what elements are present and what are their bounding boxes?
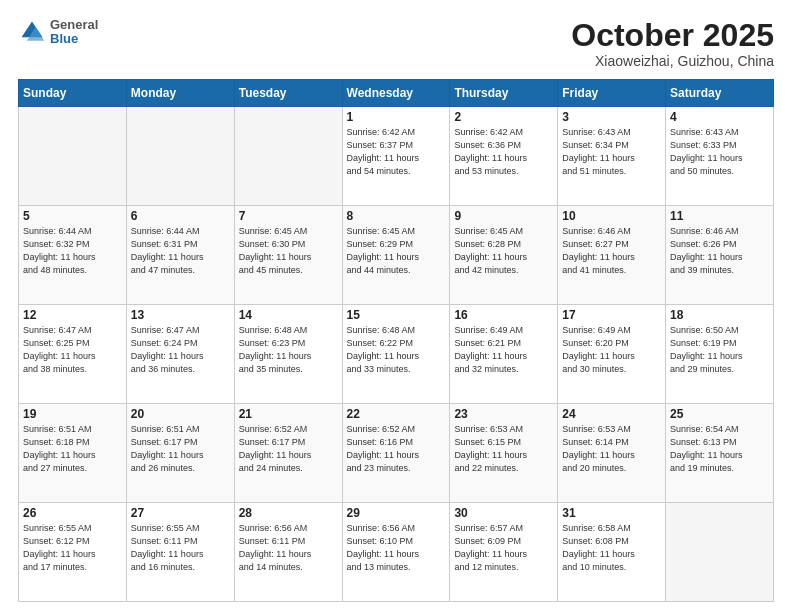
day-number: 5 bbox=[23, 209, 122, 223]
day-info: Sunrise: 6:58 AM Sunset: 6:08 PM Dayligh… bbox=[562, 522, 661, 574]
day-number: 20 bbox=[131, 407, 230, 421]
weekday-header-row: SundayMondayTuesdayWednesdayThursdayFrid… bbox=[19, 80, 774, 107]
calendar-cell bbox=[234, 107, 342, 206]
calendar-cell: 19Sunrise: 6:51 AM Sunset: 6:18 PM Dayli… bbox=[19, 404, 127, 503]
day-info: Sunrise: 6:56 AM Sunset: 6:11 PM Dayligh… bbox=[239, 522, 338, 574]
day-number: 12 bbox=[23, 308, 122, 322]
calendar-body: 1Sunrise: 6:42 AM Sunset: 6:37 PM Daylig… bbox=[19, 107, 774, 602]
calendar-cell: 31Sunrise: 6:58 AM Sunset: 6:08 PM Dayli… bbox=[558, 503, 666, 602]
day-info: Sunrise: 6:54 AM Sunset: 6:13 PM Dayligh… bbox=[670, 423, 769, 475]
calendar-cell: 10Sunrise: 6:46 AM Sunset: 6:27 PM Dayli… bbox=[558, 206, 666, 305]
day-number: 7 bbox=[239, 209, 338, 223]
calendar-week-row: 12Sunrise: 6:47 AM Sunset: 6:25 PM Dayli… bbox=[19, 305, 774, 404]
day-number: 14 bbox=[239, 308, 338, 322]
day-number: 1 bbox=[347, 110, 446, 124]
day-number: 29 bbox=[347, 506, 446, 520]
calendar-cell: 18Sunrise: 6:50 AM Sunset: 6:19 PM Dayli… bbox=[666, 305, 774, 404]
logo-general: General bbox=[50, 18, 98, 32]
calendar-cell: 30Sunrise: 6:57 AM Sunset: 6:09 PM Dayli… bbox=[450, 503, 558, 602]
weekday-header: Thursday bbox=[450, 80, 558, 107]
weekday-header: Saturday bbox=[666, 80, 774, 107]
calendar-week-row: 1Sunrise: 6:42 AM Sunset: 6:37 PM Daylig… bbox=[19, 107, 774, 206]
day-info: Sunrise: 6:42 AM Sunset: 6:37 PM Dayligh… bbox=[347, 126, 446, 178]
calendar-cell: 27Sunrise: 6:55 AM Sunset: 6:11 PM Dayli… bbox=[126, 503, 234, 602]
calendar-cell: 8Sunrise: 6:45 AM Sunset: 6:29 PM Daylig… bbox=[342, 206, 450, 305]
calendar-cell: 29Sunrise: 6:56 AM Sunset: 6:10 PM Dayli… bbox=[342, 503, 450, 602]
calendar-cell bbox=[19, 107, 127, 206]
calendar-cell: 15Sunrise: 6:48 AM Sunset: 6:22 PM Dayli… bbox=[342, 305, 450, 404]
calendar-week-row: 19Sunrise: 6:51 AM Sunset: 6:18 PM Dayli… bbox=[19, 404, 774, 503]
calendar-cell: 25Sunrise: 6:54 AM Sunset: 6:13 PM Dayli… bbox=[666, 404, 774, 503]
page: General Blue October 2025 Xiaoweizhai, G… bbox=[0, 0, 792, 612]
day-info: Sunrise: 6:55 AM Sunset: 6:11 PM Dayligh… bbox=[131, 522, 230, 574]
logo-blue: Blue bbox=[50, 32, 98, 46]
day-number: 25 bbox=[670, 407, 769, 421]
day-info: Sunrise: 6:44 AM Sunset: 6:31 PM Dayligh… bbox=[131, 225, 230, 277]
calendar-cell: 22Sunrise: 6:52 AM Sunset: 6:16 PM Dayli… bbox=[342, 404, 450, 503]
calendar-cell: 21Sunrise: 6:52 AM Sunset: 6:17 PM Dayli… bbox=[234, 404, 342, 503]
day-number: 21 bbox=[239, 407, 338, 421]
day-info: Sunrise: 6:53 AM Sunset: 6:14 PM Dayligh… bbox=[562, 423, 661, 475]
location: Xiaoweizhai, Guizhou, China bbox=[571, 53, 774, 69]
day-number: 17 bbox=[562, 308, 661, 322]
calendar-cell: 17Sunrise: 6:49 AM Sunset: 6:20 PM Dayli… bbox=[558, 305, 666, 404]
day-number: 10 bbox=[562, 209, 661, 223]
calendar-cell: 2Sunrise: 6:42 AM Sunset: 6:36 PM Daylig… bbox=[450, 107, 558, 206]
calendar-cell: 7Sunrise: 6:45 AM Sunset: 6:30 PM Daylig… bbox=[234, 206, 342, 305]
day-number: 2 bbox=[454, 110, 553, 124]
calendar-cell: 16Sunrise: 6:49 AM Sunset: 6:21 PM Dayli… bbox=[450, 305, 558, 404]
day-info: Sunrise: 6:52 AM Sunset: 6:16 PM Dayligh… bbox=[347, 423, 446, 475]
day-number: 4 bbox=[670, 110, 769, 124]
day-number: 31 bbox=[562, 506, 661, 520]
day-number: 27 bbox=[131, 506, 230, 520]
calendar: SundayMondayTuesdayWednesdayThursdayFrid… bbox=[18, 79, 774, 602]
weekday-header: Friday bbox=[558, 80, 666, 107]
day-number: 22 bbox=[347, 407, 446, 421]
day-number: 16 bbox=[454, 308, 553, 322]
day-info: Sunrise: 6:47 AM Sunset: 6:24 PM Dayligh… bbox=[131, 324, 230, 376]
day-info: Sunrise: 6:45 AM Sunset: 6:30 PM Dayligh… bbox=[239, 225, 338, 277]
day-info: Sunrise: 6:43 AM Sunset: 6:34 PM Dayligh… bbox=[562, 126, 661, 178]
calendar-week-row: 5Sunrise: 6:44 AM Sunset: 6:32 PM Daylig… bbox=[19, 206, 774, 305]
calendar-cell: 14Sunrise: 6:48 AM Sunset: 6:23 PM Dayli… bbox=[234, 305, 342, 404]
calendar-week-row: 26Sunrise: 6:55 AM Sunset: 6:12 PM Dayli… bbox=[19, 503, 774, 602]
calendar-cell: 1Sunrise: 6:42 AM Sunset: 6:37 PM Daylig… bbox=[342, 107, 450, 206]
day-info: Sunrise: 6:56 AM Sunset: 6:10 PM Dayligh… bbox=[347, 522, 446, 574]
day-info: Sunrise: 6:49 AM Sunset: 6:21 PM Dayligh… bbox=[454, 324, 553, 376]
weekday-header: Tuesday bbox=[234, 80, 342, 107]
day-info: Sunrise: 6:57 AM Sunset: 6:09 PM Dayligh… bbox=[454, 522, 553, 574]
header-right: October 2025 Xiaoweizhai, Guizhou, China bbox=[571, 18, 774, 69]
calendar-cell: 11Sunrise: 6:46 AM Sunset: 6:26 PM Dayli… bbox=[666, 206, 774, 305]
header: General Blue October 2025 Xiaoweizhai, G… bbox=[18, 18, 774, 69]
day-info: Sunrise: 6:46 AM Sunset: 6:26 PM Dayligh… bbox=[670, 225, 769, 277]
weekday-header: Sunday bbox=[19, 80, 127, 107]
logo-icon bbox=[18, 18, 46, 46]
day-info: Sunrise: 6:45 AM Sunset: 6:29 PM Dayligh… bbox=[347, 225, 446, 277]
day-info: Sunrise: 6:46 AM Sunset: 6:27 PM Dayligh… bbox=[562, 225, 661, 277]
weekday-header: Monday bbox=[126, 80, 234, 107]
day-number: 19 bbox=[23, 407, 122, 421]
calendar-cell: 20Sunrise: 6:51 AM Sunset: 6:17 PM Dayli… bbox=[126, 404, 234, 503]
day-number: 15 bbox=[347, 308, 446, 322]
calendar-cell: 26Sunrise: 6:55 AM Sunset: 6:12 PM Dayli… bbox=[19, 503, 127, 602]
calendar-cell: 23Sunrise: 6:53 AM Sunset: 6:15 PM Dayli… bbox=[450, 404, 558, 503]
day-number: 26 bbox=[23, 506, 122, 520]
calendar-cell: 5Sunrise: 6:44 AM Sunset: 6:32 PM Daylig… bbox=[19, 206, 127, 305]
day-info: Sunrise: 6:47 AM Sunset: 6:25 PM Dayligh… bbox=[23, 324, 122, 376]
calendar-cell bbox=[666, 503, 774, 602]
day-number: 30 bbox=[454, 506, 553, 520]
day-number: 18 bbox=[670, 308, 769, 322]
month-title: October 2025 bbox=[571, 18, 774, 53]
calendar-cell: 4Sunrise: 6:43 AM Sunset: 6:33 PM Daylig… bbox=[666, 107, 774, 206]
day-number: 3 bbox=[562, 110, 661, 124]
weekday-header: Wednesday bbox=[342, 80, 450, 107]
day-info: Sunrise: 6:45 AM Sunset: 6:28 PM Dayligh… bbox=[454, 225, 553, 277]
day-number: 13 bbox=[131, 308, 230, 322]
day-number: 28 bbox=[239, 506, 338, 520]
day-info: Sunrise: 6:51 AM Sunset: 6:17 PM Dayligh… bbox=[131, 423, 230, 475]
day-number: 8 bbox=[347, 209, 446, 223]
day-info: Sunrise: 6:52 AM Sunset: 6:17 PM Dayligh… bbox=[239, 423, 338, 475]
calendar-cell: 9Sunrise: 6:45 AM Sunset: 6:28 PM Daylig… bbox=[450, 206, 558, 305]
day-info: Sunrise: 6:51 AM Sunset: 6:18 PM Dayligh… bbox=[23, 423, 122, 475]
day-info: Sunrise: 6:55 AM Sunset: 6:12 PM Dayligh… bbox=[23, 522, 122, 574]
